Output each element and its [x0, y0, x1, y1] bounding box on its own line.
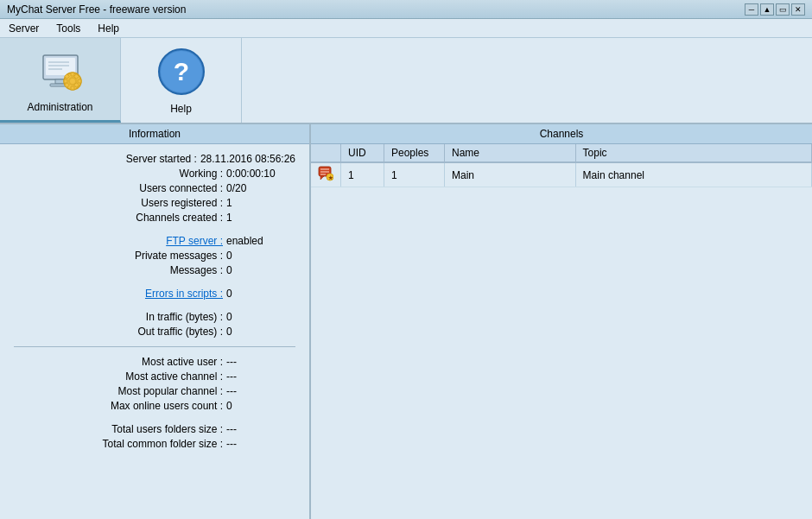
value-working: 0:00:00:10: [226, 168, 295, 180]
svg-rect-11: [71, 86, 74, 90]
info-row-users-folders-size: Total users folders size : ---: [14, 423, 295, 435]
channel-icon: ★: [318, 166, 333, 181]
col-uid: UID: [341, 144, 384, 162]
close-btn[interactable]: ✕: [791, 3, 805, 16]
info-row-max-online: Max online users count : 0: [14, 400, 295, 412]
label-private-messages: Private messages :: [135, 250, 223, 262]
label-out-traffic: Out traffic (bytes) :: [138, 326, 223, 338]
info-row-ftp: FTP server : enabled: [14, 235, 295, 247]
value-users-registered: 1: [226, 197, 295, 209]
maximize-btn[interactable]: ▲: [760, 3, 774, 16]
info-content: Server started : 28.11.2016 08:56:26 Wor…: [0, 144, 309, 461]
svg-marker-22: [320, 176, 324, 180]
label-max-online: Max online users count :: [111, 400, 223, 412]
toolbar: Administration ? Help: [0, 38, 812, 124]
label-most-popular-channel: Most popular channel :: [118, 385, 223, 397]
info-row-users-registered: Users registered : 1: [14, 197, 295, 209]
value-users-folders-size: ---: [226, 423, 295, 435]
value-messages: 0: [226, 264, 295, 276]
info-row-out-traffic: Out traffic (bytes) : 0: [14, 326, 295, 338]
restore-btn[interactable]: ▭: [776, 3, 790, 16]
info-row-channels-created: Channels created : 1: [14, 212, 295, 224]
value-most-active-channel: ---: [226, 370, 295, 383]
info-row-errors: Errors in scripts : 0: [14, 288, 295, 300]
label-common-folder-size: Total common folder size :: [103, 438, 223, 450]
channels-data-table: UID Peoples Name Topic: [311, 144, 812, 187]
svg-rect-12: [64, 79, 67, 83]
label-ftp-server[interactable]: FTP server :: [166, 235, 223, 247]
svg-text:?: ?: [173, 57, 188, 85]
label-most-active-user: Most active user :: [142, 356, 223, 368]
administration-icon: [35, 45, 86, 96]
value-errors-scripts: 0: [226, 288, 295, 300]
menu-server[interactable]: Server: [3, 21, 44, 36]
value-common-folder-size: ---: [226, 438, 295, 450]
svg-rect-10: [71, 73, 74, 76]
channel-icon-cell: ★: [311, 162, 341, 187]
label-messages: Messages :: [170, 264, 223, 276]
channel-uid: 1: [341, 162, 384, 187]
info-row-most-active-channel: Most active channel : ---: [14, 370, 295, 383]
info-row-in-traffic: In traffic (bytes) : 0: [14, 311, 295, 323]
window-controls: ─ ▲ ▭ ✕: [745, 3, 805, 16]
info-panel-header: Information: [0, 124, 309, 144]
administration-label: Administration: [27, 101, 92, 113]
menu-tools[interactable]: Tools: [51, 21, 86, 36]
help-button[interactable]: ? Help: [121, 38, 242, 123]
value-most-active-user: ---: [226, 356, 295, 368]
info-row-most-popular-channel: Most popular channel : ---: [14, 385, 295, 397]
svg-rect-13: [78, 79, 81, 83]
value-ftp-server: enabled: [226, 235, 295, 247]
info-row-working: Working : 0:00:00:10: [14, 168, 295, 180]
info-panel: Information Server started : 28.11.2016 …: [0, 124, 311, 519]
window-title: MyChat Server Free - freeware version: [7, 3, 186, 16]
help-icon: ?: [155, 46, 207, 98]
info-row-messages: Messages : 0: [14, 264, 295, 276]
value-channels-created: 1: [226, 212, 295, 224]
minimize-btn[interactable]: ─: [745, 3, 758, 16]
label-users-folders-size: Total users folders size :: [111, 423, 223, 435]
info-row-users-connected: Users connected : 0/20: [14, 182, 295, 194]
label-users-connected: Users connected :: [139, 182, 223, 194]
table-header-row: UID Peoples Name Topic: [311, 144, 812, 162]
value-in-traffic: 0: [226, 311, 295, 323]
svg-point-9: [70, 79, 75, 84]
info-divider: [14, 346, 295, 347]
col-peoples: Peoples: [384, 144, 445, 162]
title-bar: MyChat Server Free - freeware version ─ …: [0, 0, 812, 19]
value-users-connected: 0/20: [226, 182, 295, 194]
label-users-registered: Users registered :: [141, 197, 223, 209]
value-private-messages: 0: [226, 250, 295, 262]
label-most-active-channel: Most active channel :: [125, 370, 223, 383]
channel-peoples: 1: [384, 162, 445, 187]
menu-bar: Server Tools Help: [0, 19, 812, 38]
label-errors-scripts[interactable]: Errors in scripts :: [145, 288, 223, 300]
administration-button[interactable]: Administration: [0, 38, 121, 123]
info-row-server-started: Server started : 28.11.2016 08:56:26: [14, 153, 295, 165]
label-in-traffic: In traffic (bytes) :: [146, 311, 223, 323]
help-label: Help: [170, 103, 192, 115]
channels-table: UID Peoples Name Topic: [311, 144, 812, 519]
value-max-online: 0: [226, 400, 295, 412]
col-topic: Topic: [575, 144, 811, 162]
main-content: Information Server started : 28.11.2016 …: [0, 124, 812, 519]
info-row-most-active-user: Most active user : ---: [14, 356, 295, 368]
info-row-private-messages: Private messages : 0: [14, 250, 295, 262]
value-most-popular-channel: ---: [226, 385, 295, 397]
label-channels-created: Channels created :: [136, 212, 223, 224]
label-server-started: Server started :: [126, 153, 197, 165]
channels-panel-header: Channels: [311, 124, 812, 144]
label-working: Working :: [180, 168, 223, 180]
info-row-common-folder-size: Total common folder size : ---: [14, 438, 295, 450]
value-out-traffic: 0: [226, 326, 295, 338]
channel-name: Main: [445, 162, 576, 187]
channel-topic: Main channel: [575, 162, 811, 187]
table-row[interactable]: ★ 1 1 Main Main channel: [311, 162, 812, 187]
value-server-started: 28.11.2016 08:56:26: [200, 153, 295, 165]
col-icon: [311, 144, 341, 162]
col-name: Name: [445, 144, 576, 162]
channels-panel: Channels UID Peoples Name Topic: [311, 124, 812, 519]
menu-help[interactable]: Help: [92, 21, 124, 36]
